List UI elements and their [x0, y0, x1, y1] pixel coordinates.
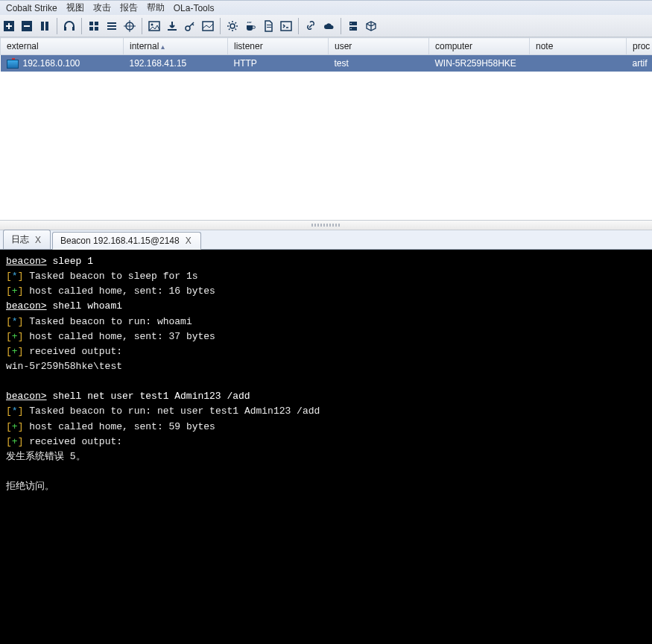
svg-rect-11 — [89, 27, 93, 31]
cell-note — [530, 55, 627, 72]
beacon-console[interactable]: beacon> sleep 1[*] Tasked beacon to slee… — [0, 250, 652, 644]
toolbar-separator — [81, 18, 82, 34]
picture-icon[interactable] — [200, 18, 216, 34]
col-header-process[interactable]: proc — [627, 38, 653, 55]
col-header-external[interactable]: external — [1, 38, 124, 55]
menu-item-report[interactable]: 报告 — [115, 0, 142, 16]
cloud-icon[interactable] — [320, 18, 337, 34]
minus-icon[interactable] — [19, 18, 35, 34]
image-icon[interactable] — [146, 18, 162, 34]
menu-item-cobalt-strike[interactable]: Cobalt Strike — [1, 1, 62, 15]
tab-beacon[interactable]: Beacon 192.168.41.15@2148X — [52, 232, 201, 250]
cell-listener: HTTP — [228, 55, 329, 72]
svg-rect-2 — [6, 25, 12, 27]
sessions-table[interactable]: external internal listener user computer… — [0, 37, 652, 72]
key-icon[interactable] — [182, 18, 198, 34]
toolbar-separator — [298, 18, 299, 34]
svg-line-30 — [235, 28, 237, 30]
svg-point-20 — [151, 23, 153, 25]
coffee-icon[interactable] — [242, 18, 259, 34]
svg-rect-35 — [281, 22, 291, 31]
svg-point-39 — [350, 28, 352, 29]
svg-rect-15 — [107, 28, 116, 30]
cube-icon[interactable] — [363, 18, 379, 34]
table-row[interactable]: 192.168.0.100 192.168.41.15 HTTP test WI… — [1, 55, 653, 72]
toolbar — [0, 15, 652, 37]
menu-bar: Cobalt Strike 视图 攻击 报告 帮助 OLa-Tools — [0, 0, 652, 15]
cell-internal: 192.168.41.15 — [124, 55, 228, 72]
pause-icon[interactable] — [37, 18, 53, 34]
gear-icon[interactable] — [224, 18, 241, 34]
svg-line-31 — [229, 28, 230, 30]
toolbar-separator — [341, 18, 341, 34]
svg-point-24 — [230, 24, 235, 28]
svg-rect-33 — [267, 25, 271, 25]
list-icon[interactable] — [104, 18, 120, 34]
svg-rect-13 — [107, 22, 116, 24]
svg-rect-4 — [24, 25, 30, 27]
menu-item-view[interactable]: 视图 — [62, 0, 89, 16]
headphones-icon[interactable] — [61, 18, 77, 34]
grid-icon[interactable] — [86, 18, 102, 34]
tab-close-button[interactable]: X — [184, 236, 193, 246]
svg-point-38 — [350, 22, 352, 24]
cell-computer: WIN-5R259H58HKE — [429, 55, 530, 72]
col-header-listener[interactable]: listener — [228, 38, 329, 55]
session-icon — [7, 60, 19, 69]
svg-rect-34 — [267, 27, 271, 28]
pane-splitter[interactable] — [0, 220, 652, 230]
menu-item-ola-tools[interactable]: OLa-Tools — [169, 1, 219, 15]
tab-log[interactable]: 日志X — [3, 230, 51, 249]
menu-item-help[interactable]: 帮助 — [142, 0, 169, 16]
svg-rect-21 — [168, 29, 177, 31]
svg-line-32 — [235, 22, 237, 24]
svg-rect-14 — [107, 25, 116, 27]
svg-rect-10 — [95, 22, 98, 25]
tab-close-button[interactable]: X — [34, 235, 42, 245]
cell-external: 192.168.0.100 — [23, 58, 80, 69]
toolbar-separator — [220, 18, 221, 34]
svg-rect-5 — [41, 22, 44, 31]
cell-proc: artif — [627, 55, 653, 72]
server-icon[interactable] — [345, 18, 361, 34]
download-icon[interactable] — [164, 18, 180, 34]
cell-user: test — [329, 55, 429, 72]
link-icon[interactable] — [303, 18, 319, 34]
plus-icon[interactable] — [1, 18, 17, 34]
sessions-table-wrap: external internal listener user computer… — [0, 37, 652, 220]
svg-rect-9 — [89, 22, 93, 25]
console-tabbar: 日志X Beacon 192.168.41.15@2148X — [0, 230, 652, 250]
svg-rect-7 — [64, 27, 66, 31]
col-header-internal[interactable]: internal — [124, 38, 228, 55]
terminal-icon[interactable] — [278, 18, 294, 34]
svg-rect-12 — [95, 27, 98, 31]
tab-label: Beacon 192.168.41.15@2148 — [60, 236, 180, 246]
svg-line-29 — [229, 22, 230, 24]
svg-rect-6 — [45, 22, 48, 31]
col-header-computer[interactable]: computer — [429, 38, 530, 55]
col-header-user[interactable]: user — [329, 38, 429, 55]
toolbar-separator — [57, 18, 57, 34]
menu-item-attack[interactable]: 攻击 — [89, 0, 115, 16]
col-header-note[interactable]: note — [530, 38, 627, 55]
target-icon[interactable] — [121, 18, 138, 34]
svg-rect-8 — [72, 27, 75, 31]
document-icon[interactable] — [260, 18, 276, 34]
splitter-grip-icon — [311, 224, 341, 227]
tab-label: 日志 — [11, 233, 29, 246]
toolbar-separator — [142, 18, 142, 34]
